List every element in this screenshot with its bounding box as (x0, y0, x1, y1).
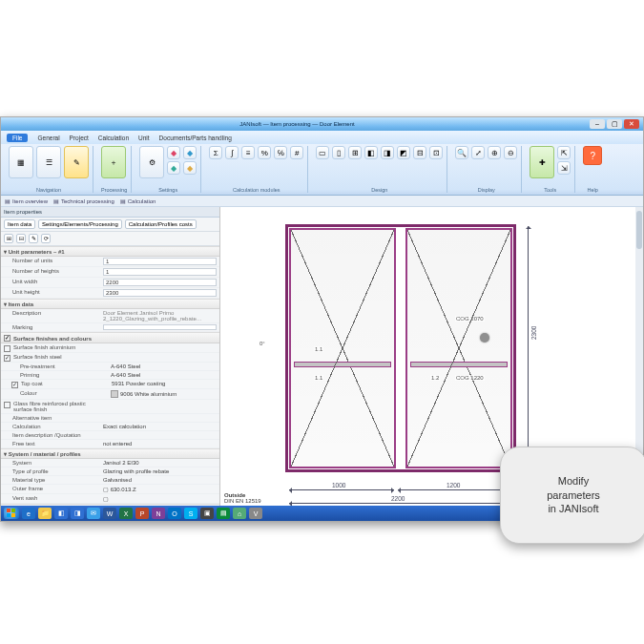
taskbar-app-icon[interactable]: P (135, 508, 149, 519)
prop-value[interactable]: 2300 (103, 289, 217, 297)
breadcrumb-item[interactable]: ▤ Calculation (120, 197, 156, 204)
prop-value[interactable]: A-640 Steel (111, 372, 217, 378)
panel-tool-icon[interactable]: ⊞ (4, 234, 13, 243)
prop-value[interactable]: 2200 (103, 279, 217, 286)
prop-value[interactable]: 1 (103, 258, 217, 265)
color-swatch (111, 390, 118, 398)
ribbon-display-icon[interactable]: ⊖ (504, 146, 517, 159)
taskbar-app-icon[interactable]: ◧ (54, 508, 68, 519)
ribbon-calc-icon[interactable]: # (290, 146, 303, 159)
prop-value[interactable]: Glazing with profile rebate (103, 468, 217, 474)
taskbar-app-icon[interactable]: e (22, 508, 35, 519)
prop-value[interactable]: Galvanised (103, 477, 217, 483)
ribbon-calc-icon[interactable]: ≡ (241, 146, 255, 159)
ribbon-cluster-icon[interactable]: ◆ (167, 146, 180, 159)
taskbar-app-icon[interactable]: ▤ (217, 508, 230, 519)
panel-tool-icon[interactable]: ⟳ (41, 234, 51, 243)
prop-value[interactable] (103, 324, 217, 330)
taskbar-app-icon[interactable]: N (152, 508, 165, 519)
ribbon-design-icon[interactable]: ◧ (364, 146, 378, 159)
scrollbar-thumb[interactable] (636, 211, 642, 249)
ribbon-new-item-icon[interactable]: ＋ (101, 146, 126, 178)
ribbon-item-processing-icon[interactable]: ✎ (64, 146, 89, 178)
ribbon-tool-icon[interactable]: ⇲ (557, 161, 571, 175)
ribbon-settings-icon[interactable]: ⚙ (139, 146, 164, 178)
ribbon-design-icon[interactable]: ◨ (381, 146, 394, 159)
checkbox-icon[interactable] (4, 335, 10, 342)
section-unit-parameters[interactable]: ▾ Unit parameters – #1 (1, 246, 219, 257)
panel-tab[interactable]: Calculation/Profiles costs (125, 219, 197, 229)
taskbar-app-icon[interactable]: O (168, 508, 181, 519)
panel-tab[interactable]: Item data (4, 219, 35, 229)
ribbon-calc-icon[interactable]: ∫ (225, 146, 239, 159)
prop-value[interactable]: Exact calculation (103, 424, 217, 429)
menu-project[interactable]: Project (70, 135, 89, 141)
ribbon-cluster-icon[interactable]: ◆ (183, 161, 197, 175)
checkbox-icon[interactable] (4, 402, 10, 408)
taskbar-app-icon[interactable]: ◨ (71, 508, 84, 519)
taskbar-app-icon[interactable]: ▣ (200, 508, 214, 519)
checkbox-icon[interactable] (4, 345, 10, 352)
breadcrumb-item[interactable]: ▤ Item overview (5, 197, 48, 204)
prop-value[interactable]: 1 (103, 268, 217, 276)
door-leaf-left[interactable]: 1.1 1.1 (289, 228, 396, 468)
taskbar-app-icon[interactable]: S (184, 508, 197, 519)
section-item-data[interactable]: ▾ Item data (1, 299, 219, 309)
panel-tool-icon[interactable]: ✎ (29, 234, 38, 243)
prop-key: Top coat (21, 381, 112, 387)
taskbar-app-icon[interactable]: W (103, 508, 116, 519)
menu-file[interactable]: File (7, 134, 28, 142)
prop-key: Alternative item (12, 415, 103, 421)
ribbon-display-icon[interactable]: ⤢ (471, 146, 485, 159)
breadcrumb-item[interactable]: ▤ Technical processing (53, 197, 114, 204)
menu-unit[interactable]: Unit (138, 135, 150, 141)
svg-rect-2 (7, 513, 10, 517)
menu-documents[interactable]: Documents/Parts handling (159, 135, 232, 141)
menu-general[interactable]: General (37, 135, 59, 141)
ribbon-calc-icon[interactable]: Σ (209, 146, 222, 159)
ribbon-cluster-icon[interactable]: ◆ (183, 146, 197, 159)
minimize-button[interactable]: – (590, 119, 605, 129)
taskbar-app-icon[interactable]: ⌂ (233, 508, 246, 519)
ribbon-item-overview-icon[interactable]: ▦ (9, 146, 33, 178)
prop-value[interactable]: 9006 White aluminium (111, 390, 217, 398)
section-surface[interactable]: Surface finishes and colours (1, 332, 219, 343)
checkbox-icon[interactable] (11, 382, 18, 388)
ribbon-tool-icon[interactable]: ✚ (530, 146, 554, 178)
taskbar-app-icon[interactable]: V (249, 508, 262, 519)
taskbar-app-icon[interactable]: X (119, 508, 133, 519)
taskbar-app-icon[interactable]: ✉ (87, 508, 100, 519)
maximize-button[interactable]: ▢ (607, 119, 622, 129)
panel-tab[interactable]: Settings/Elements/Processing (38, 219, 122, 229)
ribbon-design-icon[interactable]: ◩ (397, 146, 410, 159)
ribbon-cluster-icon[interactable]: ◆ (167, 161, 180, 175)
prop-value[interactable]: A-640 Steel (111, 364, 217, 369)
ribbon-help-icon[interactable]: ? (583, 146, 602, 165)
prop-value[interactable]: ▢ (103, 495, 217, 502)
door-leaf-right[interactable]: COG 2070 COG 1220 1.2 (405, 228, 512, 468)
menu-calculation[interactable]: Calculation (98, 135, 129, 141)
taskbar-app-icon[interactable]: 📁 (38, 508, 52, 519)
close-button[interactable]: ✕ (624, 119, 639, 129)
ribbon-design-icon[interactable]: ⊞ (348, 146, 362, 159)
ribbon-display-icon[interactable]: ⊕ (488, 146, 501, 159)
section-system[interactable]: ▾ System / material / profiles (1, 448, 219, 459)
ribbon-design-icon[interactable]: ⊟ (413, 146, 426, 159)
start-button[interactable] (4, 508, 19, 519)
door-drawing[interactable]: 1.1 1.1 COG 2070 COG 1220 1.2 (285, 224, 516, 472)
ribbon-tool-icon[interactable]: ⇱ (557, 146, 571, 159)
ribbon-design-icon[interactable]: ▯ (332, 146, 345, 159)
ribbon-design-icon[interactable]: ⊡ (429, 146, 443, 159)
ribbon-calc-icon[interactable]: ℅ (274, 146, 287, 159)
ribbon-display-icon[interactable]: 🔍 (455, 146, 468, 159)
prop-value[interactable]: 5931 Powder coating (112, 381, 217, 387)
profile-icon: ▢ (103, 496, 109, 502)
ribbon-item-list-icon[interactable]: ☰ (36, 146, 61, 178)
checkbox-icon[interactable] (4, 355, 10, 362)
prop-value[interactable]: not entered (103, 441, 217, 447)
prop-value[interactable]: ▢ 630.013.Z (103, 486, 217, 492)
ribbon-calc-icon[interactable]: % (258, 146, 271, 159)
panel-tool-icon[interactable]: ⊟ (16, 234, 26, 243)
ribbon-design-icon[interactable]: ▭ (316, 146, 329, 159)
prop-value[interactable]: Janisol 2 EI30 (103, 460, 217, 466)
